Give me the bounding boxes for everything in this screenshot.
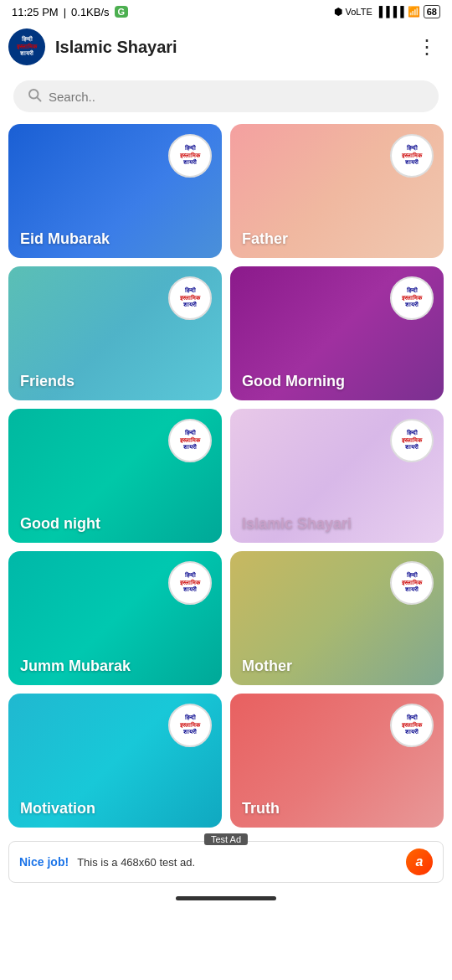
card-friends[interactable]: हिन्दी इस्लामिक शायरी Friends [8, 266, 222, 400]
app-logo-text: हिन्दी इस्लामिक शायरी [17, 36, 37, 57]
card-good-night[interactable]: हिन्दी इस्लामिक शायरी Good night [8, 409, 222, 543]
card-islamic[interactable]: हिन्दी इस्लामिक शायरी Islamic Shayari [230, 409, 444, 543]
card-father-label: Father [242, 230, 288, 248]
card-motivation-badge: हिन्दी इस्लामिक शायरी [168, 704, 212, 747]
vpn-icon: G [115, 6, 129, 18]
card-jumm-label: Jumm Mubarak [20, 658, 131, 675]
card-motivation[interactable]: हिन्दी इस्लामिक शायरी Motivation [8, 694, 222, 828]
app-bar: हिन्दी इस्लामिक शायरी Islamic Shayari ⋮ [0, 22, 452, 72]
app-title: Islamic Shayari [55, 38, 413, 57]
home-indicator [176, 896, 276, 900]
search-icon [27, 87, 42, 106]
network-speed: 0.1KB/s [71, 6, 110, 18]
search-bar [13, 80, 439, 112]
ad-nice-text: Nice job! [19, 855, 69, 869]
ad-brand-icon: a [406, 848, 433, 875]
card-jumm-badge: हिन्दी इस्लामिक शायरी [168, 561, 212, 605]
card-eid-badge: हिन्दी इस्लामिक शायरी [168, 134, 212, 178]
card-jumm[interactable]: हिन्दी इस्लामिक शायरी Jumm Mubarak [8, 551, 222, 685]
status-speed: | [64, 6, 66, 18]
card-friends-label: Friends [20, 373, 74, 390]
card-mother[interactable]: हिन्दी इस्लामिक शायरी Mother [230, 551, 444, 685]
search-container [0, 72, 452, 124]
search-input[interactable] [49, 90, 425, 104]
app-logo: हिन्दी इस्लामिक शायरी [8, 28, 45, 65]
bottom-bar [0, 883, 452, 909]
card-motivation-label: Motivation [20, 800, 95, 818]
status-right: ⬢ VoLTE ▐▐▐▐ 📶 68 [334, 5, 440, 18]
ad-test-label: Test Ad [204, 833, 248, 845]
card-father-badge: हिन्दी इस्लामिक शायरी [390, 134, 434, 178]
bluetooth-icon: ⬢ [334, 6, 342, 18]
card-truth-badge: हिन्दी इस्लामिक शायरी [390, 704, 434, 747]
svg-line-1 [37, 97, 40, 101]
card-mother-badge: हिन्दी इस्लामिक शायरी [390, 561, 434, 605]
card-father[interactable]: हिन्दी इस्लामिक शायरी Father [230, 124, 444, 258]
card-eid-label: Eid Mubarak [20, 230, 110, 248]
wifi-icon: 📶 [408, 6, 420, 18]
network-icon: VoLTE [346, 7, 372, 17]
status-left: 11:25 PM | 0.1KB/s G [12, 6, 128, 18]
ad-banner[interactable]: Test Ad Nice job! This is a 468x60 test … [8, 841, 444, 883]
card-truth[interactable]: हिन्दी इस्लामिक शायरी Truth [230, 694, 444, 828]
card-good-morning[interactable]: हिन्दी इस्लामिक शायरी Good Morning [230, 266, 444, 400]
card-good-morning-label: Good Morning [242, 373, 345, 390]
card-eid[interactable]: हिन्दी इस्लामिक शायरी Eid Mubarak [8, 124, 222, 258]
status-bar: 11:25 PM | 0.1KB/s G ⬢ VoLTE ▐▐▐▐ 📶 68 [0, 0, 452, 22]
signal-icon: ▐▐▐▐ [376, 6, 404, 18]
battery-indicator: 68 [424, 5, 440, 18]
card-good-night-badge: हिन्दी इस्लामिक शायरी [168, 419, 212, 462]
card-mother-label: Mother [242, 658, 292, 675]
card-truth-label: Truth [242, 800, 280, 818]
card-good-morning-badge: हिन्दी इस्लामिक शायरी [390, 276, 434, 320]
more-options-button[interactable]: ⋮ [413, 32, 440, 62]
card-islamic-badge: हिन्दी इस्लामिक शायरी [390, 419, 434, 462]
cards-grid: हिन्दी इस्लामिक शायरी Eid Mubarak हिन्दी… [0, 124, 452, 836]
card-good-night-label: Good night [20, 515, 100, 533]
status-time: 11:25 PM [12, 6, 59, 18]
card-islamic-label: Islamic Shayari [242, 515, 352, 533]
card-friends-badge: हिन्दी इस्लामिक शायरी [168, 276, 212, 320]
ad-description: This is a 468x60 test ad. [77, 856, 398, 869]
ad-icon-letter: a [416, 854, 424, 869]
